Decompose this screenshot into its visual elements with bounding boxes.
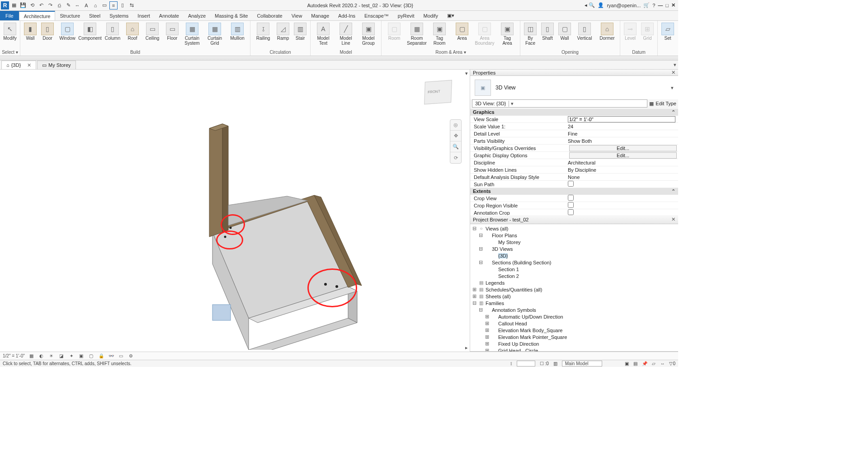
sun-path-icon[interactable]: ☀ <box>48 353 55 359</box>
tag-room-button[interactable]: ▣Tag Room <box>429 22 450 47</box>
qat-undo-icon[interactable]: ↶ <box>37 1 45 9</box>
tab-architecture[interactable]: Architecture <box>19 11 56 20</box>
tree-node[interactable]: ⊟Annotation Symbols <box>471 306 678 313</box>
tree-node[interactable]: ⊟3D Views <box>471 245 678 252</box>
shaft-button[interactable]: ▯Shaft <box>539 22 556 42</box>
drag-elements-icon[interactable]: ↔ <box>660 361 665 366</box>
select-face-icon[interactable]: ▱ <box>652 361 656 366</box>
stair-button[interactable]: ▥Stair <box>292 22 308 42</box>
mullion-button[interactable]: ▥Mullion <box>226 22 248 42</box>
view-scale-label[interactable]: 1/2" = 1'-0" <box>3 353 25 358</box>
tree-node[interactable]: ⊞Elevation Mark Pointer_Square <box>471 334 678 340</box>
qat-dim-icon[interactable]: ↔ <box>73 1 81 9</box>
select-underlay-icon[interactable]: ▤ <box>633 361 637 366</box>
worksets-icon[interactable]: ⟟ <box>510 361 512 367</box>
qat-thinlines-icon[interactable]: ≡ <box>109 1 118 9</box>
view-tab-my-storey[interactable]: ▭ My Storey <box>37 61 76 69</box>
tab-view[interactable]: View <box>287 11 307 20</box>
ramp-button[interactable]: ◿Ramp <box>275 22 291 42</box>
tab-enscape[interactable]: Enscape™ <box>360 11 393 20</box>
tree-node[interactable]: ⊞▤Sheets (all) <box>471 293 678 300</box>
window-minimize-icon[interactable]: — <box>658 3 663 8</box>
model-group-button[interactable]: ▣Model Group <box>358 22 379 47</box>
floor-button[interactable]: ▭Floor <box>164 22 180 42</box>
tab-systems[interactable]: Systems <box>105 11 133 20</box>
reveal-icon[interactable]: ▭ <box>118 353 124 359</box>
signin-icon[interactable]: 👤 <box>598 2 604 8</box>
anno-crop-checkbox[interactable] <box>568 209 574 215</box>
filter-icon[interactable]: ▽0 <box>669 361 675 366</box>
temp-hide-icon[interactable]: 👓 <box>108 353 114 359</box>
detail-level-icon[interactable]: ▦ <box>28 353 35 359</box>
qat-measure-icon[interactable]: ✎ <box>64 1 72 9</box>
qat-text-icon[interactable]: A <box>82 1 90 9</box>
tab-structure[interactable]: Structure <box>55 11 85 20</box>
view-tabs-menu-icon[interactable]: ▾ <box>674 61 678 69</box>
tree-node[interactable]: ⊞Grid Head - Circle <box>471 347 678 351</box>
search-icon[interactable]: ◂ 🔍 <box>585 2 595 8</box>
qat-switch-icon[interactable]: ⇆ <box>127 1 136 9</box>
lock-icon[interactable]: 🔒 <box>98 353 104 359</box>
nav-wheel-icon[interactable]: ◎ <box>450 120 461 131</box>
canvas-menu-icon[interactable]: ▾ <box>465 70 468 76</box>
window-close-icon[interactable]: ✕ <box>671 2 675 8</box>
browser-tree[interactable]: ⊟○Views (all)⊟Floor PlansMy Storey⊟3D Vi… <box>470 224 678 351</box>
tab-manage[interactable]: Manage <box>307 11 334 20</box>
shadows-icon[interactable]: ◪ <box>58 353 65 359</box>
view-cube[interactable] <box>420 79 456 115</box>
set-button[interactable]: ▱Set <box>660 22 676 42</box>
edit-type-button[interactable]: ▦ Edit Type <box>649 101 676 107</box>
tab-analyze[interactable]: Analyze <box>184 11 210 20</box>
vertical-button[interactable]: ▯Vertical <box>574 22 595 42</box>
modify-button[interactable]: ↖Modify <box>2 22 18 42</box>
curtain-grid-button[interactable]: ▦Curtain Grid <box>204 22 226 47</box>
rendering-icon[interactable]: ✦ <box>68 353 75 359</box>
tree-node[interactable]: ⊞Fixed Up Direction <box>471 340 678 347</box>
model-text-button[interactable]: AModel Text <box>312 22 334 47</box>
wall-button[interactable]: ▮Wall <box>22 22 38 42</box>
tree-node[interactable]: ⊟Sections (Building Section) <box>471 259 678 266</box>
analytical-icon[interactable]: ⚙ <box>128 353 134 359</box>
tree-node[interactable]: ⊞Callout Head <box>471 320 678 327</box>
qat-open-icon[interactable]: ▦ <box>10 1 18 9</box>
close-icon[interactable]: ✕ <box>671 216 675 222</box>
railing-button[interactable]: ⫱Railing <box>252 22 274 42</box>
column-button[interactable]: ▯Column <box>102 22 123 42</box>
tab-pyrevit[interactable]: pyRevit <box>393 11 419 20</box>
tree-node[interactable]: {3D} <box>471 252 678 259</box>
select-pinned-icon[interactable]: 📌 <box>642 361 647 366</box>
qat-close-icon[interactable]: ▯ <box>118 1 127 9</box>
curtain-system-button[interactable]: ▦Curtain System <box>181 22 203 47</box>
sunpath-checkbox[interactable] <box>568 181 574 187</box>
tree-node[interactable]: ⊟▥Families <box>471 300 678 306</box>
view-scale-input[interactable] <box>568 116 675 122</box>
select-links-icon[interactable]: ▣ <box>625 361 629 366</box>
tab-modify[interactable]: Modify <box>419 11 443 20</box>
tree-node[interactable]: ⊞Automatic Up/Down Direction <box>471 313 678 320</box>
nav-zoom-icon[interactable]: 🔍 <box>450 141 461 152</box>
tree-node[interactable]: My Storey <box>471 239 678 245</box>
user-name[interactable]: ryan@openin... <box>607 3 641 8</box>
room-separator-button[interactable]: ▦Room Separator <box>406 22 428 47</box>
app-exchange-icon[interactable]: 🛒 <box>643 2 650 8</box>
tree-node[interactable]: ▤Legends <box>471 279 678 286</box>
crop-icon[interactable]: ▣ <box>78 353 85 359</box>
gdo-button[interactable]: Edit... <box>569 152 677 159</box>
nav-pan-icon[interactable]: ✥ <box>450 131 461 141</box>
tab-annotate[interactable]: Annotate <box>155 11 184 20</box>
canvas-scroll-icon[interactable]: ▸ <box>465 345 468 351</box>
tab-expand-icon[interactable]: ▣▾ <box>443 11 459 20</box>
tree-node[interactable]: ⊟○Views (all) <box>471 225 678 232</box>
door-button[interactable]: ▯Door <box>39 22 56 42</box>
component-button[interactable]: ◧Component <box>79 22 101 42</box>
view-canvas[interactable]: ◎ ✥ 🔍 ⟳ ▾ ▸ <box>0 70 470 352</box>
tree-node[interactable]: ⊟Floor Plans <box>471 232 678 239</box>
tree-node[interactable]: Section 1 <box>471 266 678 273</box>
help-icon[interactable]: ? <box>652 3 655 8</box>
group-room-area[interactable]: Room & Area ▾ <box>383 49 518 56</box>
close-icon[interactable]: ✕ <box>27 62 31 68</box>
vgo-button[interactable]: Edit... <box>569 145 677 151</box>
tree-node[interactable]: ⊞▤Schedules/Quantities (all) <box>471 286 678 293</box>
model-line-button[interactable]: ╱Model Line <box>335 22 357 47</box>
qat-redo-icon[interactable]: ↷ <box>46 1 54 9</box>
